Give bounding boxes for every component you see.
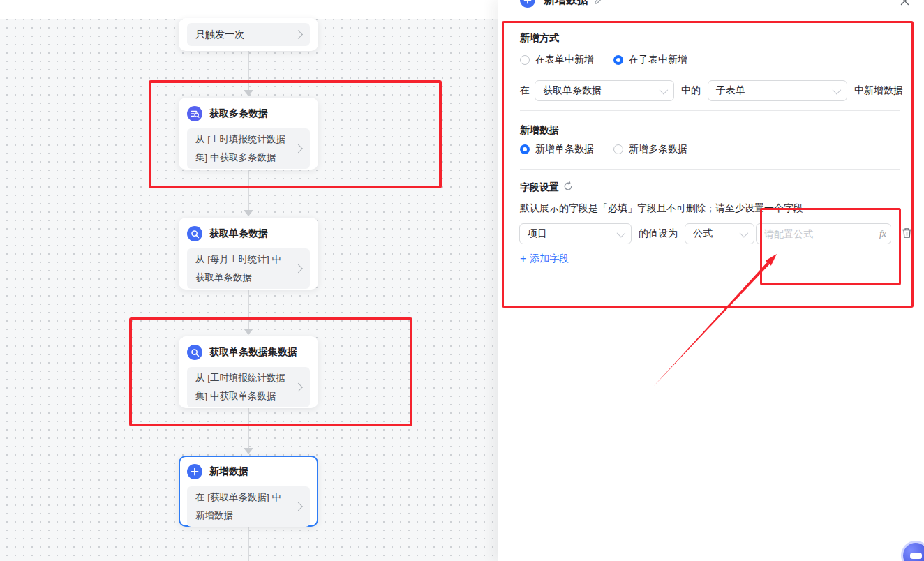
- trigger-label: 只触发一次: [195, 29, 244, 41]
- field-settings-hint: 默认展示的字段是「必填」字段且不可删除；请至少设置一个字段: [520, 202, 803, 215]
- panel-title: 新增数据: [544, 0, 588, 8]
- trigger-summary: 只触发一次: [187, 23, 310, 46]
- subform-value: 子表单: [716, 84, 745, 97]
- node-add-record[interactable]: 新增数据 在 [获取单条数据] 中新增数据: [179, 456, 318, 527]
- chevron-down-icon: [660, 85, 669, 94]
- connector-line: [248, 290, 249, 329]
- chevron-right-icon: [294, 264, 303, 274]
- config-panel: 新增数据 新增方式 在表单中新增 在子表中新增 在 获取单条数据 中的: [498, 0, 924, 561]
- chevron-down-icon: [617, 228, 626, 237]
- chevron-right-icon: [294, 30, 303, 39]
- connector-line: [248, 408, 249, 448]
- node-description: 从 [每月工时统计] 中获取单条数据: [187, 248, 310, 289]
- radio-add-single-record[interactable]: 新增单条数据: [520, 143, 594, 156]
- add-record-icon: [187, 464, 202, 479]
- value-type-select[interactable]: 公式: [685, 223, 754, 244]
- single-record-query-icon: [187, 345, 202, 360]
- radio-selected-icon[interactable]: [613, 55, 623, 65]
- connector-arrow-icon: [244, 448, 253, 454]
- panel-header: 新增数据: [520, 0, 603, 8]
- add-data-options: 新增单条数据 新增多条数据: [520, 143, 707, 156]
- node-get-multiple-records[interactable]: 获取多条数据 从 [工时填报统计数据集] 中获取多条数据: [179, 98, 318, 170]
- assistant-glyph: [910, 553, 922, 559]
- chevron-down-icon: [740, 228, 749, 237]
- source-node-value: 获取单条数据: [543, 84, 602, 97]
- add-data-label: 新增数据: [520, 124, 559, 137]
- connector-arrow-icon: [244, 90, 253, 96]
- close-icon[interactable]: [900, 0, 910, 9]
- connector-line: [248, 51, 249, 90]
- radio-selected-icon[interactable]: [520, 144, 530, 154]
- subform-select[interactable]: 子表单: [708, 80, 847, 101]
- delete-field-icon[interactable]: [902, 227, 912, 241]
- fx-icon[interactable]: fx: [879, 228, 886, 239]
- radio-add-in-form[interactable]: 在表单中新增: [520, 54, 594, 66]
- radio-icon[interactable]: [613, 144, 623, 154]
- edit-icon[interactable]: [594, 0, 603, 5]
- node-get-single-dataset-record[interactable]: 获取单条数据集数据 从 [工时填报统计数据集] 中获取单条数据: [179, 336, 318, 408]
- radio-label[interactable]: 在子表中新增: [629, 54, 687, 66]
- node-title: 获取单条数据集数据: [209, 346, 297, 359]
- divider: [520, 169, 900, 170]
- plus-icon: +: [520, 254, 526, 264]
- canvas-top-bar: [0, 0, 498, 19]
- connector-line: [248, 170, 249, 210]
- field-select[interactable]: 项目: [519, 223, 632, 244]
- node-title: 获取单条数据: [209, 227, 268, 240]
- workflow-canvas[interactable]: 只触发一次 获取多条数据 从 [工时填报统计数据集] 中获取多条数据: [0, 0, 498, 561]
- radio-label[interactable]: 新增多条数据: [629, 143, 687, 156]
- single-record-query-icon: [187, 226, 202, 241]
- node-description: 从 [工时填报统计数据集] 中获取多条数据: [187, 128, 310, 169]
- node-description: 在 [获取单条数据] 中新增数据: [187, 486, 310, 527]
- node-title: 获取多条数据: [209, 107, 268, 120]
- value-type-value: 公式: [693, 227, 713, 240]
- chevron-right-icon: [294, 502, 303, 511]
- chevron-right-icon: [294, 144, 303, 154]
- connector-arrow-icon: [244, 210, 253, 216]
- field-row: 项目 的值设为 公式: [519, 223, 754, 244]
- field-settings-label: 字段设置: [520, 181, 559, 194]
- connector-line: [248, 527, 249, 561]
- add-field-label: 添加字段: [530, 253, 569, 265]
- node-title: 新增数据: [209, 465, 248, 478]
- target-suffix: 中新增数据: [854, 84, 903, 97]
- node-trigger-once[interactable]: 只触发一次: [179, 18, 318, 51]
- radio-label[interactable]: 新增单条数据: [535, 143, 594, 156]
- radio-label[interactable]: 在表单中新增: [535, 54, 594, 66]
- chevron-right-icon: [294, 383, 303, 392]
- add-mode-label: 新增方式: [520, 32, 559, 45]
- connector-arrow-icon: [244, 329, 253, 335]
- target-middle: 中的: [681, 84, 701, 97]
- refresh-icon[interactable]: [563, 181, 573, 194]
- source-node-select[interactable]: 获取单条数据: [535, 80, 674, 101]
- add-record-icon: [520, 0, 535, 8]
- target-row: 在 获取单条数据 中的 子表单 中新增数据: [520, 80, 903, 101]
- node-description: 从 [工时填报统计数据集] 中获取单条数据: [187, 367, 310, 407]
- radio-add-in-subform[interactable]: 在子表中新增: [613, 54, 687, 66]
- chevron-down-icon: [833, 85, 842, 94]
- divider: [520, 110, 900, 111]
- radio-icon[interactable]: [520, 55, 530, 65]
- formula-input[interactable]: [756, 223, 891, 244]
- multi-record-query-icon: [187, 106, 202, 121]
- add-field-button[interactable]: + 添加字段: [520, 253, 569, 265]
- field-value: 项目: [528, 227, 547, 240]
- node-get-single-record[interactable]: 获取单条数据 从 [每月工时统计] 中获取单条数据: [179, 218, 318, 290]
- add-mode-options: 在表单中新增 在子表中新增: [520, 54, 707, 66]
- set-value-label: 的值设为: [639, 227, 678, 240]
- radio-add-multiple-records[interactable]: 新增多条数据: [613, 143, 687, 156]
- target-prefix: 在: [520, 84, 530, 97]
